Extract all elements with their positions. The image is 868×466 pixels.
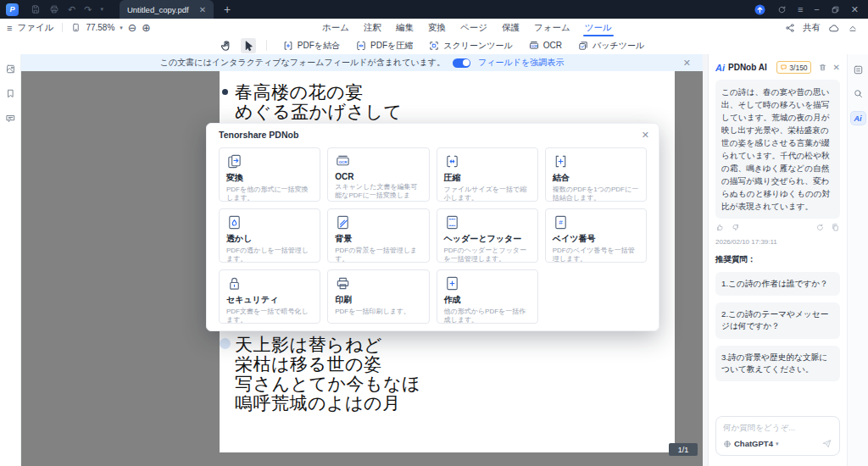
- tool-tile-background[interactable]: 背景PDFの背景を一括管理します。: [327, 208, 429, 263]
- close-button[interactable]: ✕: [851, 0, 859, 19]
- ribbon-tab-2[interactable]: 注釈: [364, 19, 381, 36]
- ribbon-tab-6[interactable]: 保護: [502, 19, 520, 36]
- ribbon-tab-5[interactable]: ページ: [460, 19, 487, 36]
- tile-description: スキャンした文書を編集可能なPDFに一括変換します。: [335, 183, 421, 202]
- compress-tile-icon: [444, 153, 460, 169]
- tile-title: セキュリティ: [226, 294, 313, 306]
- model-icon: [723, 440, 732, 448]
- suggested-question-3[interactable]: 3.詩の背景や歴史的な文脈について教えてください。: [715, 346, 840, 381]
- tool-tile-bates[interactable]: #ベイツ番号PDFのベイツ番号を一括管理します。: [545, 208, 647, 263]
- toolbar-button-compress-pdf[interactable]: PDFを圧縮: [348, 40, 420, 52]
- share-icon[interactable]: [785, 23, 795, 33]
- regenerate-icon[interactable]: [815, 223, 825, 232]
- tile-description: ファイルサイズを一括で縮小します。: [444, 186, 531, 202]
- bullet-marker: [222, 89, 228, 95]
- minimize-button[interactable]: −: [814, 0, 819, 19]
- suggested-question-2[interactable]: 2.この詩のテーマやメッセージは何ですか？: [715, 302, 840, 338]
- titlebar: P ↶ ↷ ▾ Untitled_copy.pdf ✕ + ≡ − ✕: [0, 0, 868, 19]
- toolbar-button-screen-tool[interactable]: スクリーンツール: [420, 40, 520, 52]
- hand-tool-icon[interactable]: [219, 38, 234, 53]
- collapse-toolbar-icon[interactable]: [848, 23, 858, 33]
- ribbon-tab-8[interactable]: ツール: [585, 19, 612, 36]
- thumb-up-icon[interactable]: [715, 223, 725, 232]
- tile-title: 変換: [226, 172, 313, 184]
- notification-close-icon[interactable]: ✕: [683, 58, 691, 69]
- thumb-down-icon[interactable]: [731, 223, 740, 232]
- share-button[interactable]: 共有: [803, 22, 821, 34]
- model-caret-icon[interactable]: ▾: [776, 441, 779, 447]
- quota-value: 3/150: [789, 64, 807, 72]
- undo-icon[interactable]: ↶: [68, 0, 75, 19]
- save-icon[interactable]: [31, 4, 41, 14]
- toolbar-button-label: バッチツール: [593, 40, 644, 52]
- print-icon[interactable]: [49, 4, 59, 14]
- ai-assistant-button[interactable]: Ai: [851, 112, 865, 125]
- upgrade-icon[interactable]: [754, 3, 766, 16]
- ocr-tool-icon: OCR: [528, 40, 540, 52]
- search-icon[interactable]: [853, 88, 864, 99]
- redo-icon[interactable]: ↷: [84, 0, 92, 19]
- tool-tile-compress[interactable]: 圧縮ファイルサイズを一括で縮小します。: [437, 147, 538, 202]
- cloud-icon[interactable]: [828, 22, 840, 34]
- select-tool-icon[interactable]: [241, 38, 256, 53]
- form-field-notification: この文書にはインタラクティブなフォームフィールドが含まれています。 フィールドを…: [21, 54, 703, 71]
- tool-tile-convert[interactable]: 変換PDFを他の形式に一括変換します。: [219, 147, 320, 202]
- document-area: この文書にはインタラクティブなフォームフィールドが含まれています。 フィールドを…: [21, 54, 708, 466]
- toolbar-button-merge-pdf[interactable]: PDFを結合: [275, 40, 348, 52]
- suggested-question-1[interactable]: 1.この詩の作者は誰ですか？: [715, 272, 840, 296]
- zoom-in-button[interactable]: ⊕: [142, 21, 150, 34]
- bates-tile-icon: #: [553, 214, 569, 230]
- clear-chat-icon[interactable]: [818, 63, 827, 72]
- tool-tile-headerfooter[interactable]: ヘッダーとフッターPDFのヘッダーとフッターを一括管理します。: [437, 208, 538, 263]
- tool-tile-merge[interactable]: 結合複数のPDFを1つのPDFに一括結合します。: [545, 147, 647, 202]
- ribbon-tab-7[interactable]: フォーム: [534, 19, 570, 36]
- page-fit-icon[interactable]: [71, 23, 81, 32]
- copy-icon[interactable]: [831, 223, 840, 232]
- sync-icon[interactable]: [777, 5, 787, 14]
- ribbon-tab-4[interactable]: 変換: [428, 19, 446, 36]
- scrollbar[interactable]: [703, 54, 708, 466]
- form-field-marker[interactable]: [220, 338, 231, 349]
- ribbon-tab-1[interactable]: ホーム: [322, 19, 349, 36]
- document-tab[interactable]: Untitled_copy.pdf ✕: [120, 0, 214, 19]
- dialog-title: Tenorshare PDNob: [219, 130, 298, 140]
- right-sidebar: Ai: [847, 54, 868, 466]
- send-button[interactable]: [821, 438, 832, 449]
- tool-tile-watermark[interactable]: 透かしPDFの透かしを一括管理します。: [219, 208, 320, 263]
- dialog-close-icon[interactable]: ✕: [642, 130, 649, 141]
- tab-close-icon[interactable]: ✕: [199, 5, 206, 14]
- toolbar-button-label: OCR: [543, 41, 562, 50]
- file-menu[interactable]: ファイル: [17, 22, 53, 34]
- tile-title: 背景: [335, 233, 421, 245]
- tile-title: ヘッダーとフッター: [444, 233, 531, 245]
- tile-description: PDFの透かしを一括管理します。: [226, 247, 313, 263]
- toolbar-button-ocr-tool[interactable]: OCROCR: [520, 40, 570, 52]
- restore-button[interactable]: [831, 5, 840, 14]
- properties-panel-icon[interactable]: [853, 64, 864, 75]
- divider: [266, 40, 267, 51]
- tool-tile-ocr[interactable]: OCROCRスキャンした文書を編集可能なPDFに一括変換します。: [327, 147, 429, 202]
- toolbar-button-batch-tool[interactable]: バッチツール: [570, 40, 652, 52]
- document-tab-title: Untitled_copy.pdf: [127, 5, 189, 14]
- bookmark-panel-icon[interactable]: [5, 88, 16, 99]
- model-selector[interactable]: ChatGPT4: [734, 439, 773, 448]
- ai-message: この詩は、春の宴や昔の思い出、そして時の移ろいを描写しています。荒城の夜の月が映…: [715, 80, 840, 219]
- new-tab-button[interactable]: +: [224, 3, 231, 16]
- chat-input[interactable]: [723, 423, 832, 432]
- highlight-fields-toggle[interactable]: [453, 58, 470, 68]
- comment-panel-icon[interactable]: [5, 113, 16, 124]
- ribbon-tab-3[interactable]: 編集: [396, 19, 414, 36]
- chat-input-box[interactable]: ChatGPT4 ▾: [715, 416, 840, 456]
- zoom-level[interactable]: 77.58%: [86, 23, 114, 32]
- tool-tile-create[interactable]: 作成他の形式からPDFを一括作成します。: [437, 269, 538, 324]
- zoom-caret-icon[interactable]: ▾: [120, 25, 123, 31]
- highlight-fields-label[interactable]: フィールドを強調表示: [478, 57, 564, 69]
- app-menu-icon[interactable]: ≡: [798, 0, 803, 19]
- thumbnail-panel-icon[interactable]: [5, 64, 16, 75]
- ai-panel-close-icon[interactable]: ✕: [833, 63, 840, 72]
- tool-tile-security[interactable]: セキュリティPDF文書を一括で暗号化します。: [219, 269, 320, 324]
- merge-pdf-icon: [282, 40, 294, 52]
- zoom-out-button[interactable]: ⊖: [128, 21, 136, 34]
- history-caret-icon[interactable]: ▾: [100, 0, 103, 19]
- tool-tile-print[interactable]: 印刷PDFを一括印刷します。: [327, 269, 429, 324]
